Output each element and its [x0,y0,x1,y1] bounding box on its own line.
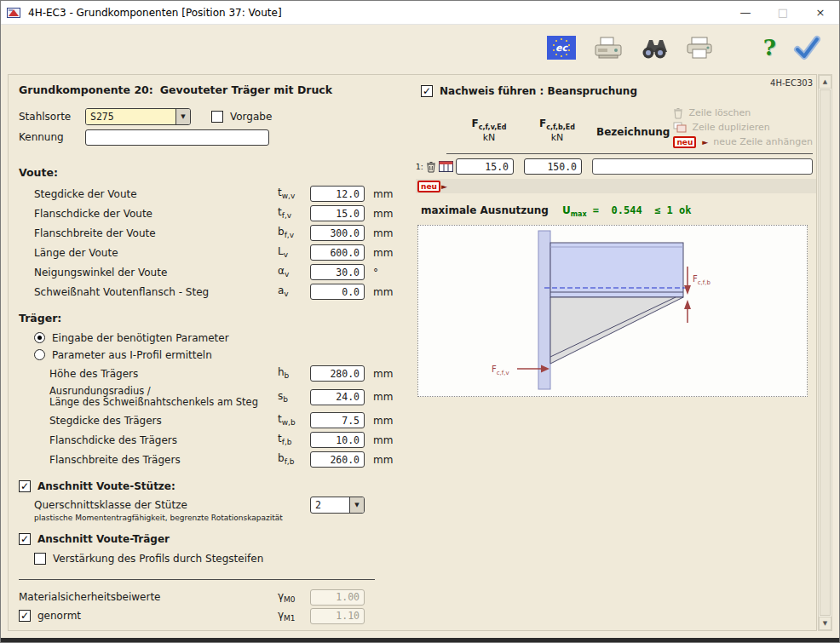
param-row: Flanschdicke des Trägers tf,b mm [19,430,390,450]
fcfved-input[interactable] [456,158,514,175]
scrollbar-thumb[interactable] [820,89,831,616]
result-value: Umax = 0.544 ≤ 1 ok [562,204,691,218]
help-button[interactable]: ? [763,35,776,60]
traeger-hoehe-input[interactable] [310,365,365,382]
param-row: Schweißnaht Voutenflansch - Steg av mm [19,282,390,301]
row-index: 1: [416,163,426,171]
delete-row-action[interactable]: Zeile löschen [673,106,813,120]
radio-button[interactable] [34,332,45,343]
param-label: Neigungswinkel der Voute [19,267,278,278]
haunch-diagram: Fc,f,b Fc,f,v [417,225,808,397]
left-panel: Grundkomponente 20:Gevouteter Träger mit… [19,83,390,625]
fcfbed-input[interactable] [524,158,582,175]
radio-button[interactable] [34,349,45,360]
chevron-down-icon[interactable] [175,109,190,124]
radio-label: Parameter aus I-Profil ermitteln [52,349,212,361]
traeger-flanschdicke-input[interactable] [310,432,365,448]
voute-stegdicke-input[interactable] [310,186,365,202]
result-line: maximale Ausnutzung Umax = 0.544 ≤ 1 ok [421,204,691,218]
vorgabe-label: Vorgabe [230,111,272,123]
nachweis-checkbox[interactable] [421,85,433,97]
minimize-button[interactable]: — [727,1,764,24]
querschnittsklasse-row: Querschnittsklasse der Stütze 2 [19,495,390,514]
stahlsorte-select[interactable]: S275 [85,108,191,125]
verstaerkung-checkbox[interactable] [34,553,46,565]
voute-neigungswinkel-input[interactable] [310,264,365,280]
bezeichnung-input[interactable] [592,158,813,175]
append-row-band[interactable]: neu [416,179,816,193]
vertical-scrollbar[interactable] [818,74,832,631]
force-beam-label: Fc,f,b [693,274,711,286]
row-table-icon[interactable] [439,161,453,172]
print-button[interactable] [685,36,714,60]
param-symbol: αv [278,265,310,278]
param-symbol: sb [278,390,310,404]
eurocode-button[interactable]: ec [547,36,576,60]
querschnittsklasse-select[interactable]: 2 [310,497,365,514]
traeger-ausrundungsradius-input[interactable] [310,389,365,405]
param-symbol: tf,v [278,206,310,220]
param-label: Flanschbreite der Voute [19,227,278,239]
scroll-up-button[interactable] [819,75,831,89]
traeger-stegdicke-input[interactable] [310,412,365,428]
confirm-button[interactable] [793,35,820,60]
genormt-checkbox[interactable] [19,610,31,622]
force-haunch-label: Fc,f,v [492,365,509,376]
genormt-option: genormt [19,610,278,622]
param-label: Stegdicke des Trägers [19,415,278,427]
param-label: Höhe des Trägers [19,368,278,380]
traeger-flanschbreite-input[interactable] [310,451,365,468]
toolbar: ec [1,25,839,71]
kennung-input[interactable] [85,129,269,146]
stahlsorte-row: Stahlsorte S275 Vorgabe [19,106,390,127]
anschnitt-traeger-checkbox[interactable] [19,533,31,545]
maximize-button[interactable]: □ [764,1,802,24]
duplicate-row-action[interactable]: Zeile duplizieren [673,120,813,135]
column-header-fcfved: Fc,f,v,Ed kN [457,118,521,143]
nachweis-option: Nachweis führen : Beanspruchung [421,85,637,97]
verstaerkung-label: Verstärkung des Profils durch Stegsteife… [53,553,263,565]
chevron-down-icon[interactable] [349,497,364,513]
radio-i-profil[interactable]: Parameter aus I-Profil ermitteln [19,347,390,363]
param-label: Stegdicke der Voute [19,188,278,200]
param-symbol: tw,v [278,187,310,200]
param-unit: mm [365,227,390,239]
param-row: Stegdicke der Voute tw,v mm [19,184,390,204]
voute-flanschdicke-input[interactable] [310,205,365,221]
neu-badge: neu [673,136,696,148]
param-symbol: av [278,284,310,298]
load-table: Zeile löschen Zeile duplizieren neu neue… [416,106,816,194]
param-unit: mm [365,368,390,380]
append-row-action[interactable]: neu neue Zeile anhängen [673,135,813,149]
param-row: Stegdicke des Trägers tw,b mm [19,410,390,430]
anschnitt-stuetze-option: Anschnitt Voute-Stütze: [19,478,390,495]
window-title: 4H-EC3 - Grundkomponenten [Position 37: … [28,7,282,19]
anschnitt-traeger-label: Anschnitt Voute-Träger [37,533,170,545]
voute-laenge-input[interactable] [310,244,365,261]
param-symbol: Lv [278,245,310,259]
anschnitt-stuetze-checkbox[interactable] [19,480,31,492]
material-label: Materialsicherheitsbeiwerte [19,591,278,603]
voute-flanschbreite-input[interactable] [310,225,365,241]
column-shape [538,231,550,389]
component-header: Grundkomponente 20:Gevouteter Träger mit… [19,83,390,96]
anschnitt-traeger-option: Anschnitt Voute-Träger [19,531,390,548]
param-label: Länge der Voute [19,247,278,259]
param-unit: mm [365,454,390,466]
traeger-section-title: Träger: [19,312,390,324]
param-symbol: tw,b [278,413,310,427]
delete-row-icon[interactable] [426,161,436,173]
param-label: Ausrundungsradius / Länge des Schweißnah… [19,386,278,408]
scroll-down-button[interactable] [819,617,831,630]
vorgabe-checkbox[interactable] [211,111,223,123]
close-button[interactable]: × [802,1,839,24]
radio-eingabe-parameter[interactable]: Eingabe der benötigten Parameter [19,330,390,346]
search-binoculars-button[interactable] [641,36,668,60]
copy-manager-button[interactable] [593,35,624,60]
param-symbol: bf,v [278,226,310,239]
material-row: Materialsicherheitsbeiwerte γM0 [19,588,390,606]
kennung-label: Kennung [19,131,85,143]
voute-schweissnaht-input[interactable] [310,284,365,300]
table-row: 1: [416,158,813,175]
genormt-row: genormt γM1 [19,606,390,625]
